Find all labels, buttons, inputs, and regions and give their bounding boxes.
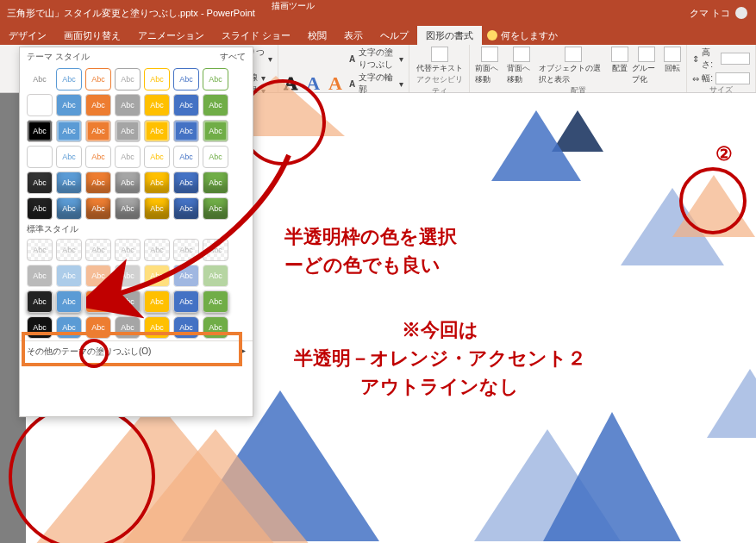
annotation-circle (679, 167, 747, 234)
style-swatch[interactable]: Abc (56, 146, 82, 168)
style-swatch[interactable]: Abc (173, 120, 199, 142)
style-swatch[interactable]: Abc (27, 290, 53, 313)
rotate-button[interactable]: 回転 (664, 47, 681, 85)
selection-pane-button[interactable]: オブジェクトの選択と表示 (539, 47, 608, 85)
triangle-shape[interactable] (543, 412, 681, 541)
alt-text-label: 代替テキスト (416, 63, 463, 74)
style-swatch[interactable]: Abc (27, 94, 53, 116)
chevron-right-icon: ▸ (241, 346, 246, 358)
annotation-circle (9, 403, 155, 543)
bring-forward-label: 前面へ移動 (475, 63, 503, 85)
style-swatch[interactable]: Abc (85, 120, 111, 142)
annotation-circle-swatch (79, 339, 109, 368)
style-swatch[interactable]: Abc (173, 94, 199, 116)
group-arrange: 前面へ移動 背面へ移動 オブジェクトの選択と表示 配置 グループ化 回転 配置 (470, 45, 687, 92)
style-swatch[interactable]: Abc (115, 68, 141, 90)
style-swatch[interactable]: Abc (144, 120, 170, 142)
annotation-arrow (86, 147, 310, 336)
text-fill-button[interactable]: A文字の塗りつぶし▾ (349, 47, 403, 71)
style-swatch[interactable]: Abc (27, 239, 53, 261)
style-swatch[interactable]: Abc (56, 197, 82, 220)
style-swatch[interactable]: Abc (56, 172, 82, 194)
user-area: クマ トコ (690, 7, 756, 20)
annotation-text: ※今回は 半透明－オレンジ・アクセント２ アウトラインなし (259, 315, 621, 401)
bring-forward-button[interactable]: 前面へ移動 (475, 47, 503, 85)
style-swatch[interactable]: Abc (27, 197, 53, 220)
tab-review[interactable]: 校閲 (299, 26, 335, 45)
annotation-text: 半透明枠の色を選択 ーどの色でも良い (284, 222, 457, 279)
group-accessibility: 代替テキスト アクセシビリティ (409, 45, 470, 92)
width-label: 幅: (702, 72, 713, 84)
style-swatch[interactable]: Abc (85, 68, 111, 90)
style-swatch[interactable]: Abc (56, 120, 82, 142)
triangle-shape[interactable] (707, 369, 756, 438)
style-swatch[interactable]: Abc (144, 94, 170, 116)
style-swatch[interactable]: Abc (173, 68, 199, 90)
annotation-line: 半透明－オレンジ・アクセント２ (259, 344, 621, 372)
style-swatch[interactable]: Abc (27, 172, 53, 194)
group-objects-label: グループ化 (632, 63, 660, 85)
all-dropdown[interactable]: すべて (220, 51, 246, 63)
user-name: クマ トコ (690, 7, 730, 20)
tell-me[interactable]: 何をしますか (487, 29, 558, 42)
annotation-line: 半透明枠の色を選択 (284, 222, 457, 251)
style-swatch[interactable]: Abc (85, 94, 111, 116)
height-input[interactable]: ⇕高さ: (692, 47, 750, 71)
style-swatch[interactable]: Abc (56, 239, 82, 261)
align-button[interactable]: 配置 (611, 47, 628, 85)
group-size: ⇕高さ: ⇔幅: サイズ (687, 45, 756, 92)
tab-help[interactable]: ヘルプ (372, 26, 417, 45)
style-swatch[interactable]: Abc (115, 94, 141, 116)
group-objects-button[interactable]: グループ化 (632, 47, 660, 85)
style-swatch[interactable]: Abc (115, 120, 141, 142)
tell-me-label: 何をしますか (501, 29, 558, 42)
style-swatch[interactable]: Abc (27, 265, 53, 287)
style-swatch[interactable]: Abc (27, 120, 53, 142)
style-swatch[interactable]: Abc (56, 94, 82, 116)
style-swatch[interactable]: Abc (56, 316, 82, 339)
menu-bar: デザイン 画面切り替え アニメーション スライド ショー 校閲 表示 ヘルプ 図… (0, 26, 756, 45)
contextual-tab-label: 描画ツール (272, 0, 315, 12)
style-swatch[interactable]: Abc (27, 68, 53, 90)
tab-view[interactable]: 表示 (335, 26, 372, 45)
tab-animation[interactable]: アニメーション (129, 26, 213, 45)
tab-slideshow[interactable]: スライド ショー (213, 26, 299, 45)
selection-pane-label: オブジェクトの選択と表示 (539, 63, 608, 85)
annotation-line: ※今回は (259, 315, 621, 344)
style-swatch[interactable]: Abc (27, 316, 53, 339)
alt-text-button[interactable]: 代替テキスト (415, 47, 464, 74)
bulb-icon (487, 30, 497, 41)
annotation-line: アウトラインなし (259, 372, 621, 401)
align-label: 配置 (612, 63, 628, 74)
theme-styles-header: テーマ スタイル (27, 51, 90, 63)
width-input[interactable]: ⇔幅: (692, 72, 750, 84)
style-swatch[interactable]: Abc (27, 146, 53, 168)
title-bar: 三角形で山」スタイル変更と塗りつぶし.pptx - PowerPoint 描画ツ… (0, 0, 756, 26)
send-backward-label: 背面へ移動 (507, 63, 535, 85)
tab-design[interactable]: デザイン (0, 26, 55, 45)
text-fill-label: 文字の塗りつぶし (359, 47, 396, 71)
height-label: 高さ: (702, 47, 718, 71)
tab-shape-format[interactable]: 図形の書式 (417, 26, 482, 45)
send-backward-button[interactable]: 背面へ移動 (507, 47, 535, 85)
annotation-number-badge: ② (715, 143, 733, 165)
more-theme-fills[interactable]: その他のテーマの塗りつぶし(O)▸ (20, 340, 253, 362)
user-avatar-icon[interactable] (735, 7, 747, 19)
style-swatch[interactable]: Abc (144, 68, 170, 90)
style-swatch[interactable]: Abc (56, 290, 82, 313)
style-swatch[interactable]: Abc (203, 120, 228, 142)
style-swatch[interactable]: Abc (56, 265, 82, 287)
triangle-shape[interactable] (491, 110, 581, 181)
text-outline-label: 文字の輪郭 (359, 72, 396, 96)
style-swatch[interactable]: Abc (203, 94, 228, 116)
tab-transitions[interactable]: 画面切り替え (55, 26, 129, 45)
file-name: 三角形で山」スタイル変更と塗りつぶし.pptx - PowerPoint (0, 7, 255, 20)
text-outline-button[interactable]: A文字の輪郭▾ (349, 72, 403, 96)
style-swatch[interactable]: Abc (56, 68, 82, 90)
annotation-line: ーどの色でも良い (284, 251, 457, 279)
style-swatch[interactable]: Abc (203, 68, 228, 90)
rotate-label: 回転 (665, 63, 680, 74)
